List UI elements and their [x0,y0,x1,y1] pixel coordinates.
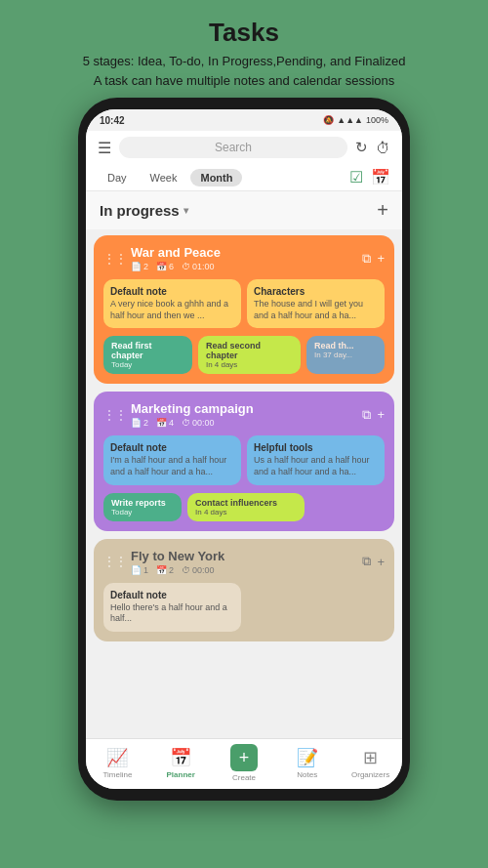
create-icon: + [230,744,258,771]
timeline-icon: 📈 [106,747,128,768]
note-card[interactable]: Default note I'm a half hour and a half … [103,435,241,484]
task-card-header: ⋮⋮ Marketing campaign 📄 2 📅 4 ⏱ 00:00 ⧉ … [103,401,385,428]
task-title: Fly to New York [131,549,362,563]
nav-organizers[interactable]: ⊞ Organizers [339,747,402,779]
notes-icon: 📝 [297,747,318,768]
app-title: Tasks [10,18,478,48]
task-card-war-peace: ⋮⋮ War and Peace 📄 2 📅 6 ⏱ 01:00 ⧉ + [94,235,394,384]
time-total: ⏱ 00:00 [182,418,215,428]
note-card[interactable]: Default note A very nice book a ghhh and… [103,279,241,328]
top-bar: ☰ Search ↻ ⏱ [86,131,402,164]
time-total: ⏱ 01:00 [182,262,215,271]
nav-create-label: Create [232,773,256,782]
add-task-icon[interactable]: + [377,199,388,222]
planner-icon: 📅 [170,747,191,768]
status-icons: 🔕 ▲▲▲ 100% [323,115,388,125]
search-box[interactable]: Search [119,137,347,158]
nav-organizers-label: Organizers [351,770,389,779]
sessions-row: Read first chapter Today Read second cha… [103,336,385,374]
tab-actions: ☑ 📅 [349,168,390,186]
app-subtitle: 5 stages: Idea, To-do, In Progress,Pendi… [10,52,478,90]
task-meta: 📄 2 📅 4 ⏱ 00:00 [131,418,362,428]
bottom-nav: 📈 Timeline 📅 Planner + Create 📝 Notes ⊞ … [86,738,402,789]
drag-handle-icon: ⋮⋮ [103,252,127,266]
organizers-icon: ⊞ [363,747,378,768]
copy-icon[interactable]: ⧉ [362,554,371,569]
nav-create[interactable]: + Create [213,744,276,782]
sessions-count: 📅 2 [156,565,174,575]
task-title: War and Peace [131,245,362,260]
session-chip[interactable]: Read second chapter In 4 days [198,336,301,374]
sessions-row: Write reports Today Contact influencers … [103,493,385,521]
notes-grid: Default note I'm a half hour and a half … [103,435,385,484]
task-actions: ⧉ + [362,407,385,423]
task-card-header: ⋮⋮ Fly to New York 📄 1 📅 2 ⏱ 00:00 ⧉ + [103,549,385,575]
note-card[interactable]: Default note Hello there's a half hour a… [103,583,241,632]
task-actions: ⧉ + [362,554,385,569]
search-placeholder: Search [215,141,252,154]
drag-handle-icon: ⋮⋮ [103,408,127,422]
notes-count: 📄 2 [131,418,148,428]
battery-icon: 100% [366,115,388,125]
status-bar: 10:42 🔕 ▲▲▲ 100% [86,109,402,131]
add-subtask-icon[interactable]: + [377,407,385,422]
calendar-grid-icon[interactable]: 📅 [371,168,390,186]
task-card-marketing: ⋮⋮ Marketing campaign 📄 2 📅 4 ⏱ 00:00 ⧉ … [94,392,394,530]
signal-icon: ▲▲▲ [337,115,363,125]
tab-month[interactable]: Month [190,169,242,186]
note-card[interactable]: Characters The house and I will get you … [247,279,385,328]
notes-count: 📄 2 [131,262,148,271]
nav-notes-label: Notes [297,770,317,779]
session-chip[interactable]: Contact influencers In 4 days [187,493,305,521]
nav-planner-label: Planner [167,770,195,779]
nav-planner[interactable]: 📅 Planner [149,747,213,779]
notes-grid: Default note Hello there's a half hour a… [103,583,385,632]
session-chip[interactable]: Write reports Today [103,493,182,521]
task-card-header: ⋮⋮ War and Peace 📄 2 📅 6 ⏱ 01:00 ⧉ + [103,245,385,271]
sessions-count: 📅 4 [156,418,174,428]
note-card[interactable]: Helpful tools Us a half hour and a half … [247,435,385,484]
menu-icon[interactable]: ☰ [98,139,111,157]
notes-count: 📄 1 [131,565,148,575]
section-title[interactable]: In progress ▾ [100,202,188,219]
refresh-icon[interactable]: ↻ [355,139,368,156]
task-actions: ⧉ + [362,251,385,267]
section-header: In progress ▾ + [86,191,402,229]
copy-icon[interactable]: ⧉ [362,251,371,267]
add-subtask-icon[interactable]: + [377,251,385,266]
mute-icon: 🔕 [323,115,334,125]
app-header: Tasks 5 stages: Idea, To-do, In Progress… [0,0,488,98]
tab-day[interactable]: Day [98,169,137,186]
top-bar-actions: ↻ ⏱ [355,139,390,156]
nav-notes[interactable]: 📝 Notes [275,747,339,779]
task-title: Marketing campaign [131,401,362,416]
phone-frame: 10:42 🔕 ▲▲▲ 100% ☰ Search ↻ ⏱ Day Week M… [78,98,410,801]
session-chip-partial[interactable]: Read th... In 37 day... [306,336,385,374]
check-calendar-icon[interactable]: ☑ [349,168,363,186]
task-card-fly-new-york: ⋮⋮ Fly to New York 📄 1 📅 2 ⏱ 00:00 ⧉ + [94,539,394,641]
date-tabs: Day Week Month ☑ 📅 [86,164,402,191]
status-time: 10:42 [100,115,125,126]
task-list[interactable]: ⋮⋮ War and Peace 📄 2 📅 6 ⏱ 01:00 ⧉ + [86,229,402,738]
timer-icon[interactable]: ⏱ [376,140,390,156]
add-subtask-icon[interactable]: + [377,555,385,569]
dropdown-arrow-icon: ▾ [183,205,188,216]
task-meta: 📄 2 📅 6 ⏱ 01:00 [131,262,362,271]
session-chip[interactable]: Read first chapter Today [103,336,192,374]
drag-handle-icon: ⋮⋮ [103,555,127,568]
nav-timeline[interactable]: 📈 Timeline [86,747,149,779]
tab-week[interactable]: Week [141,169,187,186]
sessions-count: 📅 6 [156,262,174,271]
nav-timeline-label: Timeline [102,770,132,779]
time-total: ⏱ 00:00 [182,565,215,575]
phone-screen: 10:42 🔕 ▲▲▲ 100% ☰ Search ↻ ⏱ Day Week M… [86,109,402,789]
notes-grid: Default note A very nice book a ghhh and… [103,279,385,328]
task-meta: 📄 1 📅 2 ⏱ 00:00 [131,565,362,575]
copy-icon[interactable]: ⧉ [362,407,371,423]
